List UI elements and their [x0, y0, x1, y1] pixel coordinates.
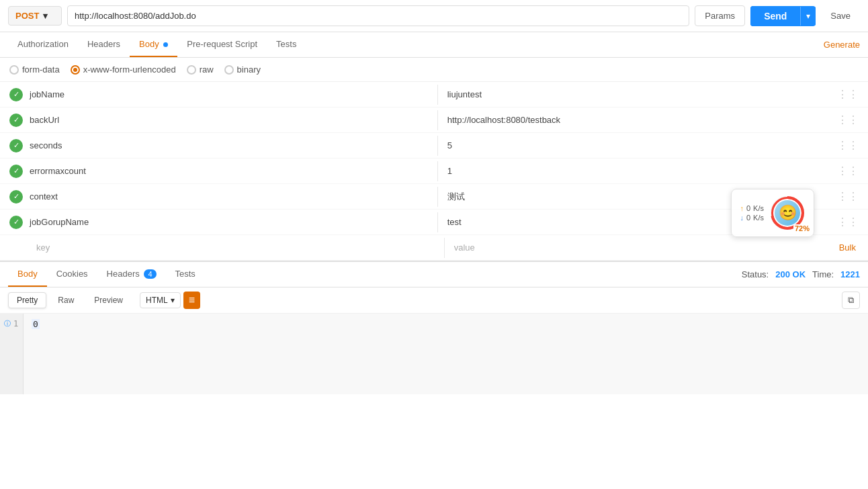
table-row-placeholder: key value Bulk — [0, 235, 868, 261]
field-value-jobname[interactable]: liujuntest — [438, 84, 837, 105]
download-value: 0 — [746, 214, 750, 222]
network-percent: 72% — [793, 224, 811, 232]
field-key-seconds[interactable]: seconds — [30, 135, 437, 156]
format-chevron-icon: ▾ — [171, 296, 175, 305]
tab-res-tests[interactable]: Tests — [166, 262, 205, 287]
upload-value: 0 — [746, 204, 750, 212]
line-numbers: ⓘ 1 — [0, 314, 24, 394]
copy-button[interactable]: ⧉ — [842, 292, 860, 309]
format-selector[interactable]: HTML ▾ — [140, 292, 181, 308]
bottom-section: Body Cookies Headers 4 Tests Status: 200… — [0, 261, 868, 394]
field-key-errormaxcount[interactable]: errormaxcount — [30, 161, 437, 181]
check-icon-errormaxcount[interactable]: ✓ — [9, 165, 23, 178]
upload-unit: K/s — [753, 204, 764, 212]
avatar-face: 😊 — [775, 200, 800, 226]
drag-handle[interactable]: ⋮⋮ — [837, 114, 859, 126]
response-tabs: Body Cookies Headers 4 Tests Status: 200… — [0, 262, 868, 287]
method-label: POST — [15, 11, 39, 21]
time-value: 1221 — [840, 269, 860, 279]
view-raw-button[interactable]: Raw — [49, 292, 83, 308]
radio-circle-binary — [224, 65, 234, 75]
check-icon-backurl[interactable]: ✓ — [9, 114, 23, 127]
tab-tests[interactable]: Tests — [267, 32, 306, 57]
save-button[interactable]: Save — [821, 6, 860, 26]
download-unit: K/s — [753, 214, 764, 222]
response-meta: Status: 200 OK Time: 1221 — [742, 269, 860, 279]
params-button[interactable]: Params — [695, 5, 745, 26]
send-dropdown-button[interactable]: ▾ — [800, 7, 816, 26]
field-value-backurl[interactable]: http://localhost:8080/testback — [438, 109, 837, 130]
tab-body[interactable]: Body — [130, 32, 177, 57]
check-icon-jobname[interactable]: ✓ — [9, 88, 23, 101]
view-pretty-button[interactable]: Pretty — [8, 292, 46, 308]
field-key-context[interactable]: context — [30, 186, 437, 207]
tab-res-body[interactable]: Body — [8, 262, 47, 287]
check-icon-context[interactable]: ✓ — [9, 190, 23, 204]
network-stats: ↑ 0 K/s ↓ 0 K/s — [740, 204, 764, 222]
bulk-button[interactable]: Bulk — [830, 237, 859, 258]
status-value: 200 OK — [775, 269, 806, 279]
tab-res-headers[interactable]: Headers 4 — [97, 262, 166, 287]
drag-handle[interactable]: ⋮⋮ — [837, 88, 859, 101]
table-row: ✓ seconds 5 ⋮⋮ — [0, 133, 868, 159]
radio-urlencoded[interactable]: x-www-form-urlencoded — [71, 64, 176, 75]
method-selector[interactable]: POST ▾ — [8, 6, 62, 26]
code-output-value: 0 — [32, 319, 40, 329]
download-stat: ↓ 0 K/s — [740, 214, 764, 222]
upload-stat: ↑ 0 K/s — [740, 204, 764, 212]
generate-button[interactable]: Generate — [824, 40, 860, 50]
response-toolbar: Pretty Raw Preview HTML ▾ ≡ ⧉ — [0, 287, 868, 314]
radio-circle-urlencoded — [71, 65, 80, 75]
code-content[interactable]: 0 — [24, 314, 868, 394]
network-ring: 😊 72% — [769, 195, 806, 231]
top-bar: POST ▾ Params Send ▾ Save — [0, 0, 868, 32]
info-icon: ⓘ — [4, 319, 11, 328]
send-button[interactable]: Send — [750, 6, 800, 26]
status-label: Status: — [742, 269, 769, 279]
field-key-jobgorupname[interactable]: jobGorupName — [30, 212, 437, 232]
check-icon-jobgorupname[interactable]: ✓ — [9, 216, 23, 229]
field-key-backurl[interactable]: backUrl — [30, 109, 437, 130]
line-number: 1 — [13, 319, 18, 328]
tab-headers[interactable]: Headers — [78, 32, 130, 57]
drag-handle[interactable]: ⋮⋮ — [837, 165, 859, 177]
radio-raw[interactable]: raw — [187, 64, 214, 75]
time-label: Time: — [812, 269, 834, 279]
drag-handle[interactable]: ⋮⋮ — [837, 139, 859, 152]
code-area: ⓘ 1 0 — [0, 314, 868, 394]
view-preview-button[interactable]: Preview — [85, 292, 132, 308]
field-key-jobname[interactable]: jobName — [30, 84, 437, 105]
field-key-placeholder[interactable]: key — [36, 237, 444, 258]
radio-form-data[interactable]: form-data — [9, 64, 60, 75]
headers-badge: 4 — [144, 269, 156, 279]
tab-authorization[interactable]: Authorization — [8, 32, 78, 57]
table-row: ✓ errormaxcount 1 ⋮⋮ — [0, 159, 868, 184]
table-row: ✓ jobName liujuntest ⋮⋮ — [0, 82, 868, 107]
method-dropdown-icon: ▾ — [43, 11, 48, 21]
avatar-emoji: 😊 — [779, 204, 797, 222]
main-content: form-data x-www-form-urlencoded raw bina… — [0, 58, 868, 261]
request-tabs: Authorization Headers Body Pre-request S… — [0, 32, 868, 58]
tab-res-cookies[interactable]: Cookies — [47, 262, 97, 287]
format-label: HTML — [146, 296, 168, 305]
send-button-group: Send ▾ — [750, 6, 816, 26]
field-value-placeholder[interactable]: value — [445, 237, 830, 258]
url-input[interactable] — [67, 5, 689, 26]
wrap-icon: ≡ — [189, 294, 195, 306]
radio-binary[interactable]: binary — [224, 64, 261, 75]
body-type-row: form-data x-www-form-urlencoded raw bina… — [0, 58, 868, 82]
field-value-seconds[interactable]: 5 — [438, 135, 837, 156]
check-icon-seconds[interactable]: ✓ — [9, 139, 23, 152]
copy-icon: ⧉ — [848, 295, 854, 305]
field-value-errormaxcount[interactable]: 1 — [438, 161, 837, 181]
drag-handle[interactable]: ⋮⋮ — [837, 190, 859, 203]
tab-prerequest[interactable]: Pre-request Script — [177, 32, 267, 57]
body-tab-dot — [163, 42, 168, 47]
upload-arrow-icon: ↑ — [740, 204, 744, 212]
radio-circle-form-data — [9, 65, 19, 75]
table-row: ✓ backUrl http://localhost:8080/testback… — [0, 107, 868, 133]
radio-circle-raw — [187, 65, 196, 75]
download-arrow-icon: ↓ — [740, 214, 744, 222]
drag-handle[interactable]: ⋮⋮ — [837, 216, 859, 228]
wrap-button[interactable]: ≡ — [183, 292, 200, 309]
